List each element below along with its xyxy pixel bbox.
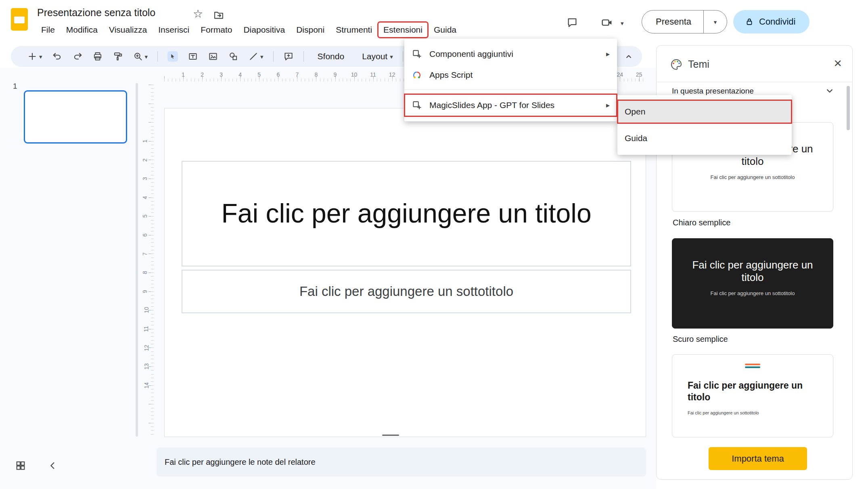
- ruler-top-number: 2: [201, 71, 204, 78]
- redo-icon[interactable]: [72, 51, 83, 62]
- menu-guida[interactable]: Guida: [428, 22, 462, 38]
- ruler-top-number: 5: [257, 71, 261, 78]
- ruler-left-number: 14: [143, 382, 150, 389]
- ruler-left-number: 10: [143, 307, 150, 314]
- menu-inserisci[interactable]: Inserisci: [153, 22, 195, 38]
- section-chevron-down-icon[interactable]: [824, 85, 835, 96]
- text-box-icon[interactable]: [188, 51, 198, 62]
- apps-script-icon: [412, 70, 422, 80]
- palette-icon: [669, 58, 683, 71]
- title-placeholder[interactable]: Fai clic per aggiungere un titolo: [182, 161, 631, 266]
- toolbar-separator: [273, 51, 274, 62]
- theme-card-title: Fai clic per aggiungere un titolo: [688, 380, 813, 403]
- theme-card-third[interactable]: Fai clic per aggiungere un titolo Fai cl…: [672, 354, 833, 437]
- layout-button-label[interactable]: Layout: [358, 49, 388, 64]
- menu-visualizza[interactable]: Visualizza: [103, 22, 153, 38]
- toolbar-separator: [403, 51, 403, 62]
- ruler-left-number: 6: [142, 233, 148, 237]
- speaker-notes[interactable]: Fai clic per aggiungere le note del rela…: [157, 447, 646, 477]
- share-button[interactable]: Condividi: [733, 10, 809, 33]
- title-placeholder-text: Fai clic per aggiungere un titolo: [221, 198, 591, 229]
- add-ons-icon: [412, 49, 422, 59]
- zoom-icon: [133, 51, 143, 62]
- theme-card-dark[interactable]: Fai clic per aggiungere un titolo Fai cl…: [672, 238, 833, 329]
- insert-comment-icon[interactable]: [283, 51, 294, 62]
- ruler-left-number: 7: [142, 252, 148, 256]
- background-button[interactable]: Sfondo: [314, 49, 349, 64]
- filmstrip-scrollbar[interactable]: [136, 83, 138, 437]
- toolbar-separator: [303, 51, 304, 62]
- menubar: File Modifica Visualizza Inserisci Forma…: [36, 22, 462, 38]
- menu-item-apps-script[interactable]: Apps Script: [404, 65, 617, 85]
- subtitle-placeholder[interactable]: Fai clic per aggiungere un sottotitolo: [182, 270, 631, 313]
- ruler-left-number: 3: [142, 177, 148, 180]
- undo-icon[interactable]: [52, 51, 63, 62]
- ruler-top-number: 9: [334, 71, 337, 78]
- current-presentation-section-label: In questa presentazione: [672, 87, 754, 96]
- menu-strumenti[interactable]: Strumenti: [330, 22, 378, 38]
- menu-item-magicslides[interactable]: MagicSlides App - GPT for Slides ▸: [404, 94, 617, 117]
- hide-menus-chevron-icon[interactable]: [623, 51, 634, 62]
- new-slide-caret-icon[interactable]: ▾: [39, 54, 42, 60]
- menu-item-label: Open: [625, 107, 784, 117]
- submenu-item-guida[interactable]: Guida: [617, 127, 792, 150]
- slide-thumbnail[interactable]: [24, 90, 127, 144]
- import-theme-button[interactable]: Importa tema: [709, 447, 807, 470]
- theme-card-subtitle: Fai clic per aggiungere un sottotitolo: [672, 174, 833, 180]
- select-tool-icon[interactable]: [167, 51, 178, 62]
- print-icon[interactable]: [92, 51, 103, 62]
- menu-diapositiva[interactable]: Diapositiva: [238, 22, 291, 38]
- insert-shape-icon[interactable]: [228, 51, 238, 62]
- ruler-left-number: 13: [143, 363, 150, 370]
- insert-line-control[interactable]: ▾: [248, 51, 264, 62]
- grid-view-icon[interactable]: [15, 460, 27, 472]
- slide-canvas[interactable]: Fai clic per aggiungere un titolo Fai cl…: [164, 108, 646, 437]
- present-button-label[interactable]: Presenta: [642, 10, 703, 33]
- present-options-caret-icon[interactable]: ▾: [703, 10, 727, 33]
- join-call-icon[interactable]: [598, 15, 616, 31]
- new-slide-button[interactable]: ▾: [27, 51, 42, 62]
- layout-button[interactable]: Layout ▾: [358, 49, 393, 64]
- ruler-top-number: 1: [182, 71, 185, 78]
- menu-modifica[interactable]: Modifica: [61, 22, 103, 38]
- paint-format-icon[interactable]: [113, 51, 123, 62]
- submenu-arrow-icon: ▸: [606, 101, 610, 110]
- menu-estensioni[interactable]: Estensioni: [378, 22, 428, 38]
- menu-item-componenti-aggiuntivi[interactable]: Componenti aggiuntivi ▸: [404, 44, 617, 65]
- slides-logo[interactable]: [11, 8, 28, 31]
- join-call-caret-icon[interactable]: ▾: [621, 20, 624, 26]
- submenu-item-open[interactable]: Open: [617, 100, 792, 123]
- topbar: Presentazione senza titolo ☆ File Modifi…: [0, 0, 868, 40]
- plus-icon: [27, 51, 38, 62]
- star-icon[interactable]: ☆: [193, 7, 203, 21]
- collapse-filmstrip-chevron-icon[interactable]: [47, 460, 59, 472]
- present-button[interactable]: Presenta ▾: [642, 10, 727, 33]
- insert-image-icon[interactable]: [208, 51, 218, 62]
- ruler-left-number: 12: [143, 345, 150, 351]
- theme-card-decoration: [745, 364, 760, 368]
- magicslides-extension-icon: [412, 100, 422, 110]
- ruler-left-number: 11: [143, 326, 149, 332]
- ruler-left-number: 1: [142, 139, 148, 143]
- ruler-left-number: 8: [142, 271, 148, 274]
- line-tool-caret-icon[interactable]: ▾: [260, 54, 264, 60]
- ruler-top-number: 12: [389, 71, 395, 78]
- comments-icon[interactable]: [564, 15, 580, 31]
- menu-formato[interactable]: Formato: [195, 22, 238, 38]
- menu-separator: [404, 89, 617, 90]
- panel-divider: [657, 82, 852, 82]
- panel-scrollbar[interactable]: [847, 86, 850, 130]
- zoom-control[interactable]: ▾: [133, 51, 148, 62]
- lock-icon: [745, 17, 754, 27]
- zoom-caret-icon[interactable]: ▾: [145, 54, 148, 60]
- menu-disponi[interactable]: Disponi: [291, 22, 330, 38]
- share-button-label: Condividi: [759, 17, 796, 27]
- magicslides-submenu: Open Guida: [617, 95, 792, 155]
- move-folder-icon[interactable]: [213, 10, 224, 21]
- close-icon[interactable]: ×: [834, 56, 842, 70]
- layout-caret-icon: ▾: [390, 54, 393, 60]
- ruler-left-number: 2: [142, 158, 148, 162]
- ruler-top-number: 6: [276, 71, 280, 78]
- document-title[interactable]: Presentazione senza titolo: [37, 7, 155, 19]
- menu-file[interactable]: File: [36, 22, 61, 38]
